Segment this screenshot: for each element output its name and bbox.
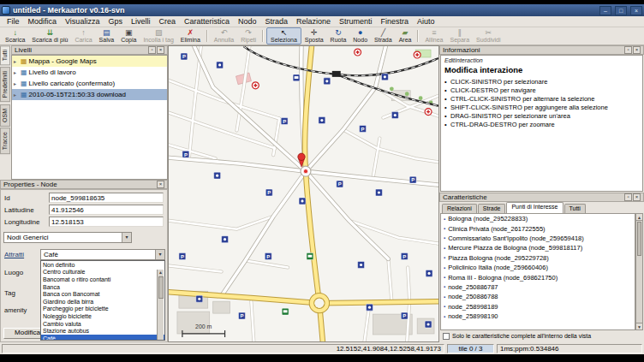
amenity-link-label[interactable]: Attratti [4, 251, 24, 258]
features-tab[interactable]: Strade [478, 204, 506, 213]
toolbar-button[interactable]: ≡ Allinea [421, 27, 446, 45]
menu-item[interactable]: Nodo [234, 17, 261, 26]
dock-tab[interactable]: OSM [0, 104, 10, 127]
toolbar-button[interactable]: ↶ Annulla [211, 27, 237, 45]
menu-item[interactable]: Strumenti [335, 17, 377, 26]
close-icon[interactable]: × [630, 6, 642, 15]
dropdown-option[interactable]: Non definito [41, 261, 164, 269]
toolbar-button[interactable]: ▰ Area [396, 27, 415, 45]
toolbar-button[interactable]: ✛ Sposta [301, 27, 327, 45]
dropdown-option[interactable]: Bancomat o ritiro contanti [41, 276, 164, 283]
dropdown-option[interactable]: Parcheggio per biciclette [41, 306, 164, 313]
toolbar-button[interactable]: ╱ Strada [371, 27, 396, 45]
toolbar-button[interactable]: ✗ Elimina [177, 27, 204, 45]
close-icon[interactable]: × [157, 46, 164, 54]
minimize-icon[interactable]: – [599, 6, 611, 15]
scrollbar-thumb[interactable] [158, 276, 164, 299]
dock-tab[interactable]: Tutti [0, 45, 10, 65]
menu-item[interactable]: Modifica [24, 17, 62, 26]
close-icon[interactable]: × [633, 46, 641, 54]
feature-item[interactable]: ▪ Mercure Piazza de Bologna (node_599818… [441, 243, 635, 252]
feature-item[interactable]: ▪ Piazza Bologna (node_295229728) [441, 253, 635, 263]
features-tab[interactable]: Relazioni [442, 204, 477, 213]
menu-item[interactable]: File [3, 17, 24, 26]
menu-item[interactable]: Crea [154, 17, 180, 26]
dropdown-option[interactable]: Cafè [41, 335, 164, 341]
feature-item[interactable]: ▪ node_258998190 [441, 312, 635, 321]
toolbar-button[interactable]: ▣ Copia [117, 27, 140, 45]
toolbar-button-icon: ↖ [281, 29, 288, 37]
float-icon[interactable]: ▫ [624, 46, 632, 54]
chevron-down-icon[interactable]: ▾ [155, 250, 164, 259]
menu-item[interactable]: Finestra [377, 17, 414, 26]
maximize-icon[interactable]: □ [615, 6, 627, 15]
preset-combo[interactable]: Nodi Generici ▾ [3, 232, 132, 243]
toolbar-button[interactable]: ▤ Salva [96, 27, 118, 45]
dropdown-option[interactable]: Banca [41, 283, 164, 291]
toolbar-button[interactable] [262, 30, 264, 42]
feature-item[interactable]: ▪ node_250886787 [441, 282, 635, 292]
menu-item[interactable]: Visualizza [61, 17, 104, 26]
toolbar-button[interactable]: ↻ Ruota [327, 27, 350, 45]
info-bullet: • CTRL-DRAG-DESTRO per zoomare [444, 121, 639, 128]
dropdown-option[interactable]: Noleggio biciclette [41, 312, 164, 320]
map-canvas[interactable]: P [169, 46, 438, 341]
feature-item[interactable]: ▪ node_258998189 [441, 302, 635, 312]
toolbar-button[interactable]: ⇊ Scarica di più [28, 27, 71, 45]
feature-item[interactable]: ▪ Roma III - Bologna (node_698621750) [441, 272, 635, 282]
feature-item[interactable]: ▪ node_250886788 [441, 292, 635, 301]
menu-item[interactable]: Gps [104, 17, 127, 26]
float-icon[interactable]: ▫ [624, 193, 632, 201]
dropdown-option[interactable]: Stazione autobus [41, 327, 164, 335]
close-icon[interactable]: × [157, 181, 164, 188]
layer-row[interactable]: ▸ ▦ Livello caricato (confermato) [12, 78, 167, 89]
id-field[interactable]: node_599818635 [49, 193, 164, 203]
scroll-down-icon[interactable]: ▼ [636, 323, 642, 329]
menu-item[interactable]: Relazione [292, 17, 335, 26]
toolbar-button[interactable]: ↑ Carica [71, 27, 95, 45]
scrollbar-thumb[interactable] [637, 222, 641, 256]
toolbar-button[interactable]: ▨ Incolla i tag [140, 27, 176, 45]
complete-features-checkbox[interactable] [443, 333, 450, 340]
feature-item[interactable]: ▪ Commissariato Sant'Ippolito (node_2596… [441, 234, 635, 243]
toolbar-button[interactable]: ↷ Ripeti [237, 27, 259, 45]
close-icon[interactable]: × [633, 193, 641, 201]
toolbar-button[interactable] [206, 30, 208, 42]
menu-item[interactable]: Aiuto [413, 17, 439, 26]
title-bar: untitled - Merkaartor v0.16-svn – □ × [0, 4, 644, 16]
toolbar-button-icon: ≡ [432, 29, 436, 37]
features-tab[interactable]: Punti di Interesse [506, 202, 563, 213]
toolbar-button[interactable]: ✂ Suddividi [473, 27, 504, 45]
toolbar-button[interactable] [417, 30, 419, 42]
dropdown-scrollbar[interactable]: ▲ [157, 270, 164, 340]
amenity-combo[interactable]: Cafè ▾ [40, 249, 165, 260]
toolbar-button[interactable]: ↓ Scarica [2, 27, 28, 45]
feature-item[interactable]: ▪ Clinica Privata (node_261722555) [441, 223, 635, 233]
dropdown-option[interactable]: Giardino della birra [41, 298, 164, 306]
menu-item[interactable]: Caratteristica [180, 17, 234, 26]
layer-row[interactable]: ▸ ▦ Mappa - Google Maps [12, 56, 167, 67]
feature-item[interactable]: ▪ Policlinico Italia (node_259660406) [441, 263, 635, 272]
menu-item[interactable]: Strada [260, 17, 292, 26]
toolbar-button[interactable]: ↖ Seleziona [266, 27, 301, 45]
longitude-field[interactable]: 12.518153 [49, 217, 164, 227]
features-tab[interactable]: Tutti [564, 204, 586, 213]
feature-item[interactable]: ▪ Bologna (node_295228833) [441, 214, 635, 223]
toolbar-button[interactable]: ∥ Separa [446, 27, 473, 45]
latitude-field[interactable]: 41.912546 [49, 205, 164, 215]
menu-item[interactable]: Livelli [127, 17, 155, 26]
chevron-down-icon[interactable]: ▾ [122, 233, 131, 242]
dropdown-option[interactable]: Centro culturale [41, 269, 164, 276]
features-scrollbar[interactable]: ▲ ▼ [635, 213, 643, 330]
map-view[interactable]: P [168, 45, 439, 342]
scroll-up-icon[interactable]: ▲ [158, 270, 163, 275]
dropdown-option[interactable]: Banca con Bancomat [41, 290, 164, 298]
scroll-up-icon[interactable]: ▲ [636, 214, 642, 221]
toolbar-button[interactable]: ● Nodo [349, 27, 371, 45]
layer-row[interactable]: ▸ ▦ Livello di lavoro [12, 67, 167, 78]
dock-tab[interactable]: Predefiniti [0, 67, 10, 102]
dock-tab[interactable]: Tracce [0, 128, 10, 154]
float-icon[interactable]: ▫ [148, 46, 156, 54]
layer-row[interactable]: ▸ ▦ 2010-05-15T21:50:33 download [12, 89, 167, 100]
dropdown-option[interactable]: Cambio valuta [41, 320, 164, 328]
